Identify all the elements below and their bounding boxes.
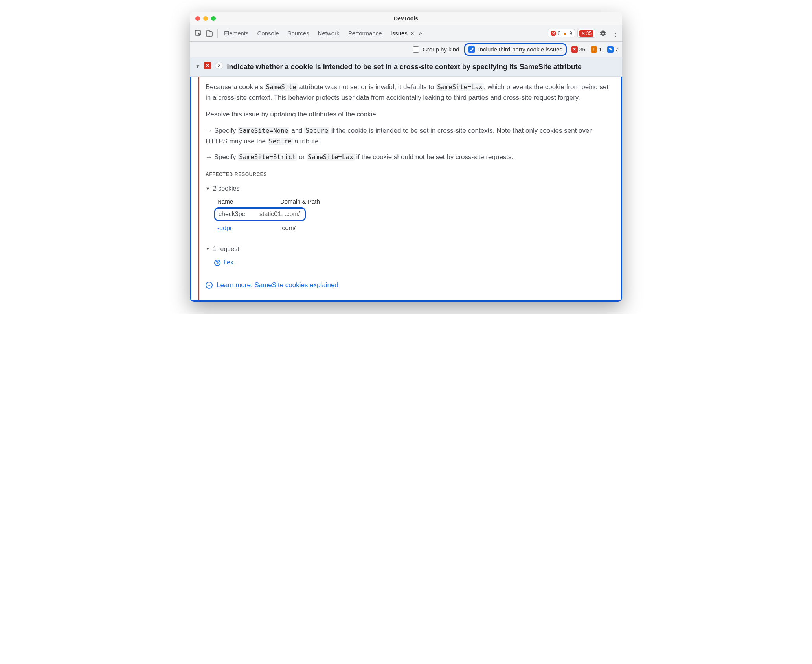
error-icon: ✕	[551, 31, 556, 36]
affected-resources-label: AFFECTED RESOURCES	[206, 171, 611, 178]
cookies-table: Name Domain & Path check3pc static01. .c…	[214, 195, 611, 236]
panel-tabs: Elements Console Sources Network Perform…	[224, 30, 415, 37]
caret-down-icon: ▼	[206, 246, 210, 252]
titlebar: DevTools	[190, 12, 622, 25]
issue-severity-icon: ✕	[204, 62, 211, 69]
issue-body-highlight-frame: Because a cookie's SameSite attribute wa…	[190, 77, 622, 301]
issues-toolbar: Group by kind Include third-party cookie…	[190, 42, 622, 57]
cookie-row[interactable]: -gdpr .com/	[214, 221, 611, 236]
cookies-header-row: Name Domain & Path	[214, 195, 611, 207]
settings-icon[interactable]	[599, 30, 606, 37]
affected-resources-tree: ▼ 2 cookies Name Domain & Path check3pc …	[206, 182, 611, 270]
warning-count-small: 9	[569, 30, 572, 36]
issue-description-2: Resolve this issue by updating the attri…	[206, 109, 611, 119]
issue-warnings-count[interactable]: ! 1	[591, 46, 602, 53]
errors-number: 35	[579, 46, 586, 53]
cookie-name-0: check3pc	[219, 209, 254, 219]
group-by-kind-checkbox[interactable]: Group by kind	[411, 45, 459, 54]
inspect-icon[interactable]	[193, 30, 204, 37]
request-link[interactable]: ⇅ flex	[214, 255, 611, 270]
cookie-domain-1: .com/	[280, 224, 608, 233]
group-by-kind-input[interactable]	[413, 46, 419, 53]
warning-icon: ▲	[562, 31, 568, 36]
learn-more-link[interactable]: Learn more: SameSite cookies explained	[217, 280, 338, 290]
devtools-window: DevTools Elements Console Sources Networ…	[190, 12, 622, 302]
issue-body: Because a cookie's SameSite attribute wa…	[190, 77, 621, 300]
issue-errors-count[interactable]: ✕ 35	[571, 46, 586, 53]
collapse-caret-icon[interactable]: ▼	[195, 64, 200, 69]
severity-rail	[191, 77, 202, 300]
code-samesite-none: SameSite=None	[238, 127, 289, 134]
close-tab-icon[interactable]: ✕	[410, 30, 415, 37]
issues-count-badge[interactable]: ✕ 35	[577, 29, 595, 38]
more-tabs-icon[interactable]: »	[419, 30, 422, 37]
device-toggle-icon[interactable]	[204, 30, 215, 37]
code-samesite-strict: SameSite=Strict	[238, 153, 297, 161]
main-toolbar: Elements Console Sources Network Perform…	[190, 25, 622, 42]
kebab-menu-icon[interactable]: ⋮	[612, 30, 619, 37]
external-link-icon: →	[206, 282, 213, 289]
cookie-row-highlighted[interactable]: check3pc static01. .com/	[214, 207, 611, 221]
issues-error-count: 35	[586, 31, 592, 36]
code-samesite-lax: SameSite=Lax	[436, 83, 484, 91]
group-by-kind-label: Group by kind	[423, 46, 459, 53]
warnings-number: 1	[599, 46, 602, 53]
resolution-item-2: Specify SameSite=Strict or SameSite=Lax …	[206, 152, 611, 162]
include-third-party-checkbox[interactable]: Include third-party cookie issues	[464, 43, 567, 56]
info-number: 7	[615, 46, 618, 53]
include-third-party-input[interactable]	[468, 46, 475, 53]
issue-info-count[interactable]: ✎ 7	[607, 46, 618, 53]
code-secure: Secure	[304, 127, 329, 134]
col-domain: Domain & Path	[280, 197, 608, 206]
col-name: Name	[217, 197, 265, 206]
network-request-icon: ⇅	[214, 260, 220, 266]
error-x-icon: ✕	[581, 31, 585, 36]
resolution-item-1: Specify SameSite=None and Secure if the …	[206, 126, 611, 147]
issue-kind-counts: ✕ 35 ! 1 ✎ 7	[571, 46, 618, 53]
issue-content: Because a cookie's SameSite attribute wa…	[202, 77, 621, 300]
issues-error-pill: ✕ 35	[579, 30, 593, 37]
code-samesite-lax-2: SameSite=Lax	[307, 153, 355, 161]
include-third-party-label: Include third-party cookie issues	[478, 46, 562, 53]
requests-group[interactable]: ▼ 1 request	[206, 243, 611, 256]
requests-group-label: 1 request	[213, 244, 239, 254]
caret-down-icon: ▼	[206, 185, 210, 192]
tab-network[interactable]: Network	[318, 30, 340, 37]
issue-occurrence-count: 2	[215, 62, 223, 69]
tab-performance[interactable]: Performance	[348, 30, 382, 37]
window-title: DevTools	[190, 15, 622, 22]
error-square-icon: ✕	[571, 46, 578, 53]
info-square-icon: ✎	[607, 46, 614, 53]
tab-issues-label: Issues	[391, 30, 408, 37]
issue-description-1: Because a cookie's SameSite attribute wa…	[206, 82, 611, 103]
cookie-name-1[interactable]: -gdpr	[217, 225, 232, 231]
cookie-domain-0: static01. .com/	[259, 209, 300, 219]
toolbar-separator	[217, 29, 218, 38]
issue-title: Indicate whether a cookie is intended to…	[227, 62, 617, 72]
svg-rect-2	[209, 32, 212, 36]
warning-square-icon: !	[591, 46, 597, 53]
svg-rect-0	[195, 30, 200, 35]
code-secure-2: Secure	[268, 138, 293, 145]
tab-console[interactable]: Console	[257, 30, 279, 37]
tab-issues[interactable]: Issues ✕	[391, 30, 415, 37]
learn-more-row: → Learn more: SameSite cookies explained	[206, 280, 611, 290]
console-status-badge[interactable]: ✕ 6 ▲ 9	[548, 29, 575, 37]
tab-sources[interactable]: Sources	[288, 30, 309, 37]
request-name: flex	[224, 258, 233, 268]
cookies-group[interactable]: ▼ 2 cookies	[206, 182, 611, 195]
code-samesite: SameSite	[265, 83, 298, 91]
error-count-small: 6	[558, 30, 560, 36]
tab-elements[interactable]: Elements	[224, 30, 249, 37]
cookies-group-label: 2 cookies	[213, 184, 240, 194]
issue-header[interactable]: ▼ ✕ 2 Indicate whether a cookie is inten…	[190, 57, 622, 77]
